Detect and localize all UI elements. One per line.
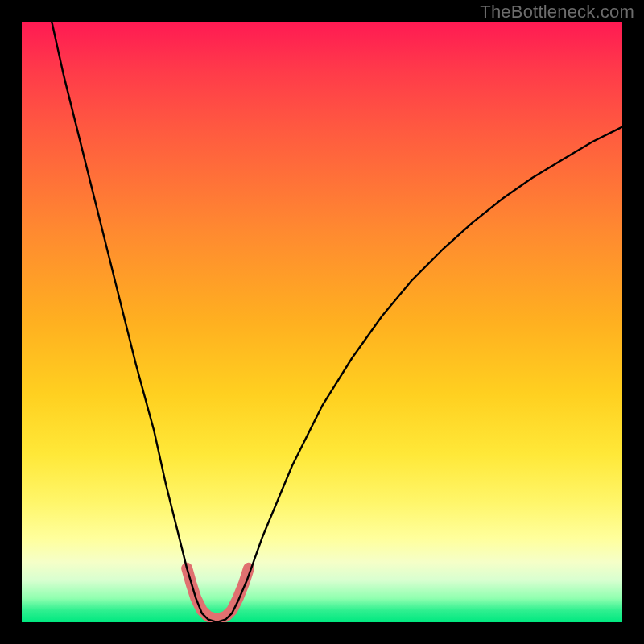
plot-area xyxy=(22,22,622,622)
chart-frame: TheBottleneck.com xyxy=(0,0,644,644)
curve-layer xyxy=(22,22,622,622)
bottleneck-marker-path xyxy=(187,568,249,619)
watermark-text: TheBottleneck.com xyxy=(480,2,634,23)
bottleneck-curve xyxy=(52,22,622,622)
